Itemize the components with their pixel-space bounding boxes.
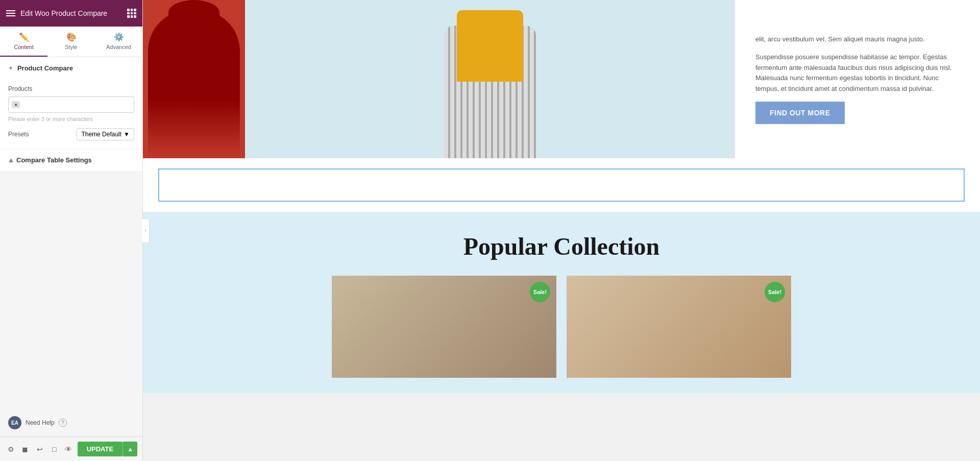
layers-icon[interactable]: ◼ <box>19 442 31 456</box>
yellow-top <box>457 10 523 82</box>
products-field-label: Products <box>8 85 134 92</box>
tab-content[interactable]: ✏️ Content <box>0 27 47 57</box>
hero-text-2: Suspendisse posuere suspendisse habitass… <box>755 52 960 94</box>
tag-input-hint: Please enter 3 or more characters <box>8 116 134 122</box>
panel-content: ▼ Product Compare Products × Please ente… <box>0 57 142 409</box>
products-tag-input[interactable]: × <box>8 96 134 113</box>
sale-badge-1: Sale! <box>530 282 550 302</box>
product-compare-section: ▼ Product Compare Products × Please ente… <box>0 57 142 149</box>
need-help-label: Need Help <box>26 419 55 426</box>
product-compare-body: Products × Please enter 3 or more charac… <box>0 79 142 149</box>
responsive-icon[interactable]: □ <box>48 442 60 456</box>
tab-style[interactable]: 🎨 Style <box>47 27 95 57</box>
top-bar: Edit Woo Product Compare <box>0 0 142 27</box>
compare-table-settings-header[interactable]: ▶ Compare Table Settings <box>0 149 142 171</box>
product-compare-header[interactable]: ▼ Product Compare <box>0 57 142 79</box>
fashion-center <box>434 0 546 158</box>
ea-badge: EA <box>8 416 21 429</box>
compare-widget-placeholder[interactable] <box>158 168 965 202</box>
collapse-panel-handle[interactable]: ‹ <box>142 219 150 243</box>
find-out-more-button[interactable]: FIND OUT MORE <box>755 102 845 124</box>
content-tab-icon: ✏️ <box>19 32 29 42</box>
fashion-hat-brim <box>158 20 230 28</box>
chevron-right-icon: ▶ <box>8 158 13 162</box>
presets-row: Presets Theme Default ▼ <box>8 128 134 140</box>
hero-text-1: elit, arcu vestibulum vel. Sem aliquet m… <box>755 34 960 45</box>
ea-badge-text: EA <box>11 420 18 426</box>
canvas-area[interactable]: elit, arcu vestibulum vel. Sem aliquet m… <box>143 0 980 461</box>
presets-select[interactable]: Theme Default ▼ <box>77 128 134 140</box>
advanced-tab-icon: ⚙️ <box>114 32 124 42</box>
update-button[interactable]: UPDATE <box>78 442 122 456</box>
sale-badge-2: Sale! <box>765 282 785 302</box>
products-row: Sale! Sale! <box>158 276 965 378</box>
content-tab-label: Content <box>14 44 34 50</box>
collapse-chevron-icon: ‹ <box>145 228 146 233</box>
presets-label: Presets <box>8 131 29 138</box>
compare-table-settings-label: Compare Table Settings <box>16 156 92 164</box>
hero-image-center <box>245 0 735 158</box>
style-tab-icon: 🎨 <box>66 32 77 42</box>
grid-icon[interactable] <box>127 9 136 18</box>
bottom-bar: ⚙ ◼ ↩ □ 👁 UPDATE ▲ <box>0 436 142 461</box>
chevron-down-icon: ▼ <box>124 131 130 138</box>
menu-icon[interactable] <box>6 10 15 16</box>
advanced-tab-label: Advanced <box>106 44 131 50</box>
update-group: UPDATE ▲ <box>78 442 137 456</box>
product-image-1 <box>332 276 556 378</box>
popular-collection-title: Popular Collection <box>158 232 965 260</box>
help-icon-text: ? <box>61 420 64 426</box>
editor-title: Edit Woo Product Compare <box>20 9 122 17</box>
tabs-bar: ✏️ Content 🎨 Style ⚙️ Advanced <box>0 27 142 57</box>
product-card-1: Sale! <box>332 276 556 378</box>
hero-text-right: elit, arcu vestibulum vel. Sem aliquet m… <box>735 0 980 158</box>
product-card-2: Sale! <box>567 276 791 378</box>
compare-table-settings-section: ▶ Compare Table Settings <box>0 149 142 171</box>
preview-icon[interactable]: 👁 <box>63 442 74 456</box>
product-image-2 <box>567 276 791 378</box>
update-arrow-button[interactable]: ▲ <box>122 442 137 456</box>
chevron-down-icon: ▼ <box>8 65 13 71</box>
hero-image-left <box>143 0 245 158</box>
hero-section: elit, arcu vestibulum vel. Sem aliquet m… <box>143 0 980 158</box>
undo-icon[interactable]: ↩ <box>34 442 45 456</box>
page-content: elit, arcu vestibulum vel. Sem aliquet m… <box>143 0 980 393</box>
popular-section: Popular Collection Sale! Sale! <box>143 212 980 393</box>
tag-remove-icon[interactable]: × <box>14 102 17 108</box>
product-tag: × <box>12 101 20 108</box>
settings-icon[interactable]: ⚙ <box>5 442 16 456</box>
presets-value: Theme Default <box>81 131 121 138</box>
style-tab-label: Style <box>65 44 77 50</box>
need-help[interactable]: EA Need Help ? <box>0 409 142 436</box>
left-panel: Edit Woo Product Compare ✏️ Content 🎨 St… <box>0 0 143 461</box>
fashion-figure-left <box>148 10 240 158</box>
product-compare-label: Product Compare <box>17 64 73 72</box>
help-question-icon[interactable]: ? <box>59 419 67 427</box>
tab-advanced[interactable]: ⚙️ Advanced <box>95 27 142 57</box>
